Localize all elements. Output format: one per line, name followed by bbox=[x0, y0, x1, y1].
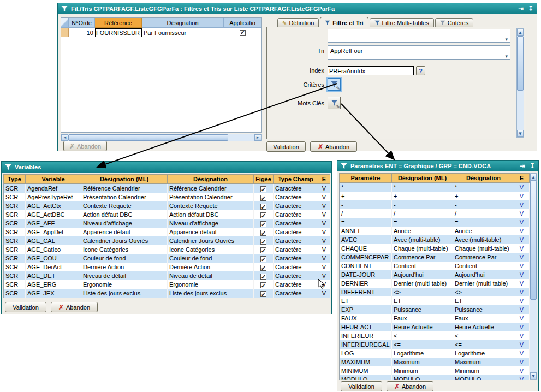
tab-filtre-et-tri[interactable]: Filtre et Tri bbox=[320, 17, 368, 28]
tab-criteres[interactable]: Critères bbox=[435, 18, 474, 27]
validation-button[interactable]: Validation bbox=[5, 302, 46, 312]
column-header[interactable]: Figée bbox=[254, 175, 274, 184]
column-header-application[interactable]: Applicatio bbox=[224, 18, 261, 28]
table-row[interactable]: FAUXFauxFauxV bbox=[340, 314, 530, 323]
table-row[interactable]: SCRAGE_DETNiveau de détailNiveau de déta… bbox=[4, 271, 330, 280]
scroll-right-button[interactable]: ► bbox=[254, 134, 261, 141]
abandon-button[interactable]: ✗ Abandon bbox=[310, 141, 357, 152]
checkbox-checked-icon[interactable] bbox=[260, 186, 266, 192]
table-row[interactable]: SCRAGE_JEXListe des jours exclusListe de… bbox=[4, 289, 330, 298]
column-header[interactable]: Désignation bbox=[168, 175, 254, 184]
column-header[interactable]: Désignation (ML) bbox=[392, 174, 453, 183]
checkbox-checked-icon[interactable] bbox=[260, 239, 266, 245]
scrollbar-track[interactable] bbox=[517, 36, 524, 130]
checkbox-checked-icon[interactable] bbox=[240, 30, 246, 36]
table-row[interactable]: COMMENCEPARCommence ParCommence ParV bbox=[340, 253, 530, 262]
criteres-filter-button[interactable]: ✎ bbox=[328, 78, 341, 91]
table-row[interactable]: ***V bbox=[340, 183, 530, 192]
checkbox-checked-icon[interactable] bbox=[260, 230, 266, 236]
export-icon[interactable]: ↧ bbox=[528, 5, 533, 13]
column-header[interactable]: E bbox=[514, 174, 530, 183]
checkbox-checked-icon[interactable] bbox=[260, 195, 266, 201]
scrollbar-track[interactable] bbox=[68, 134, 254, 141]
table-row[interactable]: SCRAGE_ERGErgonomieErgonomieCaractèreV bbox=[4, 280, 330, 289]
mots-cles-filter-button[interactable]: ✎ bbox=[328, 97, 341, 109]
table-row[interactable]: HEUR-ACTHeure ActuelleHeure ActuelleV bbox=[340, 323, 530, 331]
abandon-button[interactable]: ✗ Abandon bbox=[387, 381, 433, 391]
table-row[interactable]: ===V bbox=[340, 218, 530, 227]
dock-arrow-icon[interactable]: ⇥ bbox=[520, 162, 525, 170]
table-row[interactable]: ETETETV bbox=[340, 296, 530, 305]
column-header-order[interactable]: N°Orde bbox=[69, 18, 95, 28]
validation-button[interactable]: Validation bbox=[266, 141, 306, 152]
vertical-scrollbar[interactable]: ▲ ▼ bbox=[530, 173, 537, 380]
horizontal-scrollbar[interactable]: ◄ ► bbox=[61, 134, 262, 141]
index-input[interactable] bbox=[328, 66, 414, 75]
scroll-left-button[interactable]: ◄ bbox=[61, 134, 68, 141]
tab-filtre-multi-tables[interactable]: Filtre Multi-Tables bbox=[370, 18, 434, 27]
column-header[interactable]: Désignation bbox=[453, 174, 514, 183]
scroll-down-button[interactable]: ▼ bbox=[530, 372, 537, 379]
export-icon[interactable]: ↧ bbox=[530, 162, 535, 170]
table-row[interactable]: SCRAGE_COUCouleur de fondCouleur de fond… bbox=[4, 254, 330, 263]
table-row[interactable]: SCRAGE_ActDBCAction défaut DBCAction déf… bbox=[4, 210, 330, 219]
checkbox-checked-icon[interactable] bbox=[260, 256, 266, 262]
reference-edit-input[interactable] bbox=[95, 28, 142, 37]
column-header[interactable]: Paramètre bbox=[340, 174, 392, 183]
table-row[interactable]: SCRAgendaRefRéférence CalendrierRéférenc… bbox=[4, 184, 330, 193]
column-header-designation[interactable]: Désignation bbox=[142, 18, 224, 28]
table-row[interactable]: MODULOMODULOMODULOV bbox=[340, 375, 530, 380]
table-row[interactable]: SCRAGE_CatIcoIcone CatégoriesIcone Catég… bbox=[4, 245, 330, 254]
table-row[interactable]: DATE-JOURAujourd'huiAujourd'huiV bbox=[340, 270, 530, 279]
table-row[interactable]: ANNEEAnnéeAnnéeV bbox=[340, 227, 530, 235]
checkbox-checked-icon[interactable] bbox=[260, 274, 266, 280]
filter-combo[interactable]: ▾ bbox=[328, 29, 510, 43]
table-row[interactable]: CHAQUEChaque (multi-table)Chaque (multi-… bbox=[340, 244, 530, 253]
column-header-reference[interactable]: Référence bbox=[95, 18, 142, 28]
column-header[interactable]: Type bbox=[4, 175, 26, 184]
column-header[interactable]: Variable bbox=[26, 175, 81, 184]
table-row[interactable]: DIFFERENT<><>V bbox=[340, 288, 530, 296]
column-header[interactable]: Type Champ bbox=[274, 175, 318, 184]
checkbox-checked-icon[interactable] bbox=[260, 282, 266, 288]
checkbox-checked-icon[interactable] bbox=[260, 291, 266, 297]
table-row[interactable]: SCRAGE_DerActDernière ActionDernière Act… bbox=[4, 263, 330, 271]
table-row[interactable]: CONTIENTContientContientV bbox=[340, 262, 530, 270]
titlebar[interactable]: Fil./Tris CPTPARFAGF.ListeGFGParFa : Fil… bbox=[58, 3, 537, 14]
table-row[interactable]: MINIMUMMinimumMinimumV bbox=[340, 366, 530, 375]
scrollbar-thumb[interactable] bbox=[68, 134, 228, 141]
tab-definition[interactable]: ✎ Définition bbox=[277, 18, 319, 27]
checkbox-checked-icon[interactable] bbox=[260, 221, 266, 227]
tri-combo[interactable]: AppRefFour ▾ bbox=[328, 45, 510, 60]
table-row[interactable]: ---V bbox=[340, 200, 530, 209]
validation-button[interactable]: Validation bbox=[341, 381, 382, 391]
table-row[interactable]: DERNIERDernier (multi-table)Dernier (mul… bbox=[340, 279, 530, 288]
table-row[interactable]: LOGLogarithmeLogarithmeV bbox=[340, 349, 530, 358]
dock-arrow-icon[interactable]: ⇥ bbox=[518, 5, 524, 13]
grid-corner[interactable] bbox=[61, 18, 69, 28]
chevron-down-icon[interactable]: ▾ bbox=[505, 54, 508, 59]
grid-row[interactable]: 10 Par Fournisseur bbox=[61, 28, 261, 37]
scroll-up-button[interactable]: ▲ bbox=[517, 29, 524, 36]
table-row[interactable]: SCRAgePresTypeRefPrésentation Calendrier… bbox=[4, 193, 330, 201]
column-header[interactable]: Désignation (ML) bbox=[81, 175, 168, 184]
scroll-up-button[interactable]: ▲ bbox=[530, 174, 537, 181]
checkbox-checked-icon[interactable] bbox=[260, 265, 266, 271]
row-selector[interactable] bbox=[61, 28, 69, 37]
scrollbar-thumb[interactable] bbox=[530, 181, 537, 300]
titlebar[interactable]: Variables bbox=[2, 162, 331, 173]
table-row[interactable]: SCRAGE_AppDefApparence défautApparence d… bbox=[4, 228, 330, 236]
vertical-scrollbar[interactable]: ▲ ▼ bbox=[516, 28, 524, 138]
table-row[interactable]: SCRAGE_AFFNiveau d'affichageNiveau d'aff… bbox=[4, 219, 330, 228]
scrollbar-track[interactable] bbox=[530, 181, 537, 372]
table-row[interactable]: AVECAvec (multi-table)Avec (multi-table)… bbox=[340, 235, 530, 244]
checkbox-checked-icon[interactable] bbox=[260, 212, 266, 218]
checkbox-checked-icon[interactable] bbox=[260, 247, 266, 253]
table-row[interactable]: +++V bbox=[340, 192, 530, 200]
scrollbar-thumb[interactable] bbox=[517, 36, 524, 91]
table-row[interactable]: INFERIEUR<<V bbox=[340, 331, 530, 340]
table-row[interactable]: EXPPuissancePuissanceV bbox=[340, 305, 530, 314]
checkbox-checked-icon[interactable] bbox=[260, 204, 266, 210]
abandon-button[interactable]: ✗ Abandon bbox=[51, 302, 98, 312]
table-row[interactable]: SCRAGE_CALCalendrier Jours OuvrésCalendr… bbox=[4, 236, 330, 245]
